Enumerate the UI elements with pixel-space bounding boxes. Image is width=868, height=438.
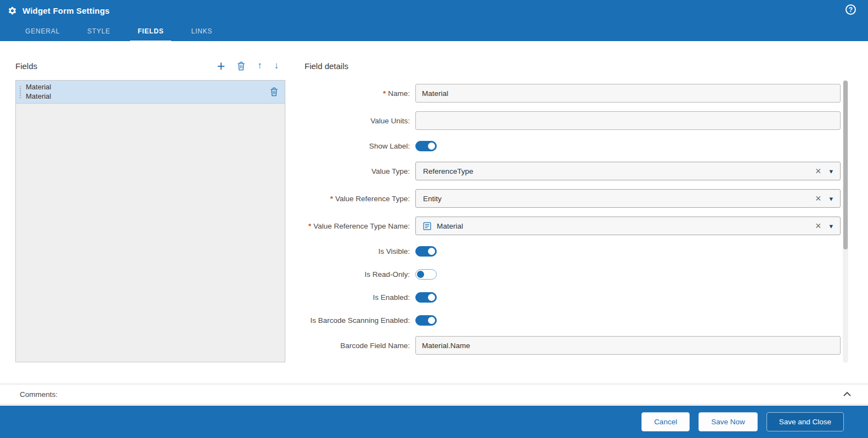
form-row-barcode-field-name: Barcode Field Name:	[305, 332, 841, 359]
toggle-is-read-only[interactable]	[415, 269, 437, 280]
select-value-type[interactable]: ReferenceType×▾	[415, 162, 841, 180]
form-row-name: *Name:	[305, 79, 841, 107]
form-row-is-barcode-scanning-enabled: Is Barcode Scanning Enabled:	[305, 309, 841, 332]
field-label: *Name:	[305, 89, 415, 98]
field-details-form: *Name:Value Units:Show Label:Value Type:…	[305, 79, 841, 359]
save-now-button[interactable]: Save Now	[698, 412, 758, 431]
field-label: Is Read-Only:	[305, 270, 415, 278]
select-value-reference-type-name[interactable]: Material×▾	[415, 217, 841, 235]
fields-panel-header: Fields + ↑ ↓	[15, 55, 285, 77]
fields-toolbar: + ↑ ↓	[217, 59, 285, 72]
toggle-is-enabled[interactable]	[415, 292, 437, 303]
comments-label: Comments:	[20, 390, 58, 399]
tab-links[interactable]: LINKS	[183, 23, 220, 42]
cancel-button[interactable]: Cancel	[641, 412, 690, 431]
form-row-show-label: Show Label:	[305, 134, 841, 157]
delete-field-button[interactable]	[237, 59, 245, 72]
list-item-label: Material	[26, 83, 270, 92]
add-field-button[interactable]: +	[217, 59, 225, 72]
field-details-panel: Field details *Name:Value Units:Show Lab…	[305, 55, 841, 359]
chevron-down-icon[interactable]: ▾	[829, 195, 833, 202]
list-item[interactable]: MaterialMaterial	[16, 81, 285, 104]
field-label: Is Visible:	[305, 247, 415, 255]
tab-style[interactable]: STYLE	[80, 23, 118, 42]
clear-icon[interactable]: ×	[815, 221, 821, 231]
required-asterisk: *	[330, 195, 333, 203]
fields-list: MaterialMaterial	[15, 80, 285, 362]
field-label: Show Label:	[305, 142, 415, 150]
select-value-reference-type[interactable]: Entity×▾	[415, 189, 841, 208]
required-asterisk: *	[383, 89, 386, 98]
form-row-value-reference-type: *Value Reference Type:Entity×▾	[305, 185, 841, 212]
title-bar: Widget Form Settings ?	[0, 0, 868, 21]
field-label: Is Enabled:	[305, 293, 415, 302]
form-row-is-visible: Is Visible:	[305, 240, 841, 263]
toggle-show-label[interactable]	[415, 141, 437, 151]
form-row-is-enabled: Is Enabled:	[305, 286, 841, 309]
entity-icon	[423, 222, 431, 230]
list-item-sublabel: Material	[26, 92, 270, 101]
scrollbar-thumb[interactable]	[843, 81, 848, 249]
drag-handle-icon[interactable]	[20, 86, 21, 98]
move-up-button[interactable]: ↑	[257, 59, 262, 72]
header-bar: Widget Form Settings ? GENERALSTYLEFIELD…	[0, 0, 868, 41]
input-value-units[interactable]	[415, 111, 841, 130]
tab-bar: GENERALSTYLEFIELDSLINKS	[0, 23, 868, 42]
form-row-value-reference-type-name: *Value Reference Type Name:Material×▾	[305, 212, 841, 240]
fields-panel: Fields + ↑ ↓ MaterialMaterial	[15, 55, 285, 362]
toggle-is-visible[interactable]	[415, 246, 437, 257]
scrollbar[interactable]	[843, 80, 848, 363]
field-details-title: Field details	[305, 55, 841, 77]
help-icon[interactable]: ?	[846, 4, 856, 15]
tab-fields[interactable]: FIELDS	[130, 23, 171, 42]
field-label: *Value Reference Type:	[305, 195, 415, 203]
input-barcode-field-name[interactable]	[415, 336, 841, 355]
move-down-button[interactable]: ↓	[274, 59, 279, 72]
comments-bar[interactable]: Comments:	[0, 384, 868, 405]
chevron-down-icon[interactable]: ▾	[829, 223, 833, 230]
tab-general[interactable]: GENERAL	[18, 23, 67, 42]
clear-icon[interactable]: ×	[815, 194, 821, 203]
field-label: *Value Reference Type Name:	[305, 222, 415, 230]
field-label: Barcode Field Name:	[305, 342, 415, 350]
input-name[interactable]	[415, 84, 841, 103]
field-label: Value Units:	[305, 117, 415, 125]
fields-panel-title: Fields	[15, 61, 37, 71]
chevron-down-icon[interactable]: ▾	[829, 168, 833, 175]
toggle-is-barcode-scanning-enabled[interactable]	[415, 315, 437, 326]
delete-item-icon[interactable]	[270, 87, 278, 96]
footer-actions: CancelSave NowSave and Close	[0, 406, 868, 438]
field-label: Value Type:	[305, 167, 415, 175]
form-row-is-read-only: Is Read-Only:	[305, 263, 841, 286]
form-row-value-type: Value Type:ReferenceType×▾	[305, 157, 841, 185]
clear-icon[interactable]: ×	[815, 166, 821, 176]
chevron-up-icon[interactable]	[843, 391, 852, 397]
form-row-value-units: Value Units:	[305, 107, 841, 134]
required-asterisk: *	[308, 222, 311, 230]
page-title: Widget Form Settings	[22, 6, 110, 15]
gear-icon	[8, 5, 18, 15]
save-and-close-button[interactable]: Save and Close	[766, 412, 844, 431]
field-label: Is Barcode Scanning Enabled:	[305, 316, 415, 325]
